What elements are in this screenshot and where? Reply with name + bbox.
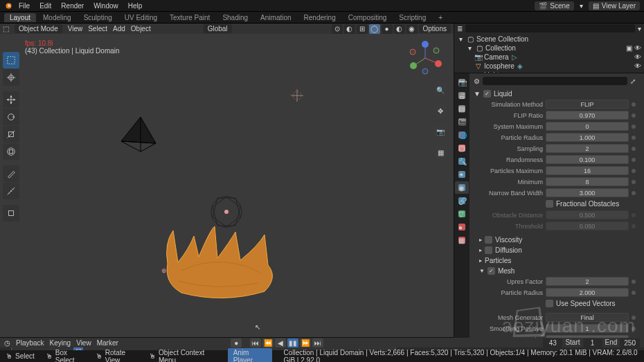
prop-anim-dot[interactable]: [632, 147, 636, 151]
shading-wireframe-icon[interactable]: ◯: [369, 24, 380, 34]
viscosity-panel[interactable]: ▸Viscosity: [474, 235, 636, 245]
eye-icon[interactable]: 👁: [634, 62, 641, 70]
prop-value-field[interactable]: 16: [546, 166, 629, 175]
outliner-item[interactable]: ◉ Light ☀ 👁: [454, 71, 644, 73]
tool-add-cube[interactable]: [3, 205, 19, 221]
tab-rendering[interactable]: Rendering: [298, 13, 341, 22]
scene-browse-icon[interactable]: ▾: [580, 2, 583, 10]
menu-edit[interactable]: Edit: [35, 2, 55, 10]
prop-anim-dot[interactable]: [632, 291, 636, 295]
layer-selector[interactable]: ▤ View Layer: [589, 1, 640, 10]
outliner-item[interactable]: 📷 Camera ▷ 👁: [454, 53, 644, 62]
timeline-menu[interactable]: View: [76, 339, 91, 347]
tab-sculpting[interactable]: Sculpting: [78, 13, 118, 22]
scene-selector[interactable]: 🎬 Scene: [535, 1, 573, 10]
camera-view-icon[interactable]: 📷: [433, 124, 448, 139]
outliner-editor-icon[interactable]: ≣: [457, 25, 463, 33]
tool-move[interactable]: [3, 91, 19, 108]
tab-compositing[interactable]: Compositing: [343, 13, 393, 22]
prop-value-field[interactable]: 0: [546, 122, 629, 131]
liquid-enable-checkbox[interactable]: [483, 90, 491, 98]
prop-value-field[interactable]: 3.000: [546, 188, 629, 197]
diffusion-panel[interactable]: ▸Diffusion: [474, 245, 636, 255]
shading-rendered-icon[interactable]: ◉: [406, 24, 418, 34]
ptab-particles[interactable]: ✦: [455, 168, 469, 181]
tab-add[interactable]: +: [433, 13, 448, 22]
liquid-panel-header[interactable]: ▼ Liquid: [474, 89, 636, 99]
mode-selector[interactable]: Object Mode: [15, 24, 62, 33]
eye-icon[interactable]: 👁: [634, 53, 641, 61]
tab-animation[interactable]: Animation: [255, 13, 296, 22]
prop-value-field[interactable]: 2.000: [546, 288, 629, 297]
sim-method-selector[interactable]: FLIP: [546, 100, 629, 109]
prop-anim-dot[interactable]: [632, 280, 636, 284]
ptab-mesh[interactable]: ▽: [455, 208, 469, 220]
keyframe-next-icon[interactable]: ⏩: [300, 338, 311, 347]
prop-anim-dot[interactable]: [632, 191, 636, 195]
outliner-search[interactable]: [465, 24, 635, 33]
outliner-root[interactable]: ▾ ▢ Scene Collection: [454, 35, 644, 44]
vp-menu-add[interactable]: Add: [113, 25, 125, 33]
props-search[interactable]: [483, 77, 627, 85]
jump-end-icon[interactable]: ⏭: [312, 338, 323, 347]
ptab-material[interactable]: ●: [455, 221, 469, 233]
orientation-selector[interactable]: Global: [204, 24, 232, 33]
prop-value-field[interactable]: 0.100: [546, 155, 629, 164]
mesh-panel[interactable]: ▼Mesh: [474, 266, 636, 276]
filter-icon[interactable]: ▾: [638, 25, 641, 33]
viewport-3d[interactable]: ⊕ ↖: [0, 34, 454, 337]
play-icon[interactable]: ▮▮: [287, 338, 298, 347]
outliner-item[interactable]: ▽ Icosphere ◈ 👁: [454, 62, 644, 71]
ptab-world[interactable]: 🌐: [455, 129, 469, 141]
prop-anim-dot[interactable]: [632, 158, 636, 162]
prop-anim-dot[interactable]: [632, 125, 636, 129]
end-frame-field[interactable]: 250: [620, 338, 640, 347]
ptab-modifier[interactable]: 🔧: [455, 155, 469, 168]
prop-anim-dot[interactable]: [632, 136, 636, 140]
tool-measure[interactable]: [3, 183, 19, 199]
ptab-constraint[interactable]: 🔗: [455, 194, 469, 207]
nav-gizmo[interactable]: [408, 41, 442, 75]
tool-select-box[interactable]: [3, 52, 19, 69]
vp-menu-select[interactable]: Select: [88, 25, 107, 33]
move-view-icon[interactable]: ✥: [433, 103, 448, 118]
tab-layout[interactable]: Layout: [4, 13, 36, 22]
prop-value-field[interactable]: 8: [546, 177, 629, 186]
shading-solid-icon[interactable]: ●: [382, 24, 393, 34]
ptab-scene[interactable]: 🎬: [455, 116, 469, 128]
ptab-object[interactable]: ▢: [455, 142, 469, 154]
xray-toggle-icon[interactable]: ⊞: [357, 24, 368, 34]
prop-value-field[interactable]: 0.050: [546, 221, 629, 230]
prop-value-field[interactable]: 0.970: [546, 111, 629, 120]
vp-menu-object[interactable]: Object: [131, 25, 151, 33]
keyframe-prev-icon[interactable]: ⏪: [262, 338, 274, 347]
ptab-render[interactable]: 📷: [455, 76, 469, 89]
overlays-toggle-icon[interactable]: ⊙: [332, 24, 343, 34]
eye-icon[interactable]: 👁: [634, 44, 641, 52]
tool-cursor[interactable]: [3, 69, 19, 86]
tool-rotate[interactable]: [3, 109, 19, 125]
shading-material-icon[interactable]: ◐: [394, 24, 405, 34]
outliner-item[interactable]: ▾ ▢ Collection ▣👁: [454, 44, 644, 53]
timeline-menu[interactable]: Keying: [50, 339, 71, 347]
tool-scale[interactable]: [3, 126, 19, 143]
jump-start-icon[interactable]: ⏮: [250, 338, 261, 347]
prop-value-field[interactable]: 1.000: [546, 133, 629, 142]
eye-icon[interactable]: 👁: [634, 71, 641, 73]
gizmo-toggle-icon[interactable]: ◐: [344, 24, 355, 34]
current-frame-field[interactable]: 43: [543, 338, 562, 347]
play-reverse-icon[interactable]: ◀: [275, 338, 286, 347]
particles-panel[interactable]: ▸Particles: [474, 255, 636, 266]
prop-value-field[interactable]: 1: [546, 324, 629, 333]
menu-file[interactable]: File: [15, 2, 34, 10]
prop-anim-dot[interactable]: [632, 180, 636, 184]
menu-window[interactable]: Window: [89, 2, 123, 10]
ptab-viewlayer[interactable]: ▤: [455, 102, 469, 115]
autokey-icon[interactable]: ●: [231, 338, 242, 347]
tool-annotate[interactable]: [3, 165, 19, 182]
menu-render[interactable]: Render: [57, 2, 88, 10]
timeline-menu[interactable]: Marker: [97, 339, 118, 347]
prop-value-field[interactable]: 0.500: [546, 210, 629, 219]
timeline-editor-icon[interactable]: ◷: [4, 339, 10, 347]
tab-uv[interactable]: UV Editing: [119, 13, 163, 22]
